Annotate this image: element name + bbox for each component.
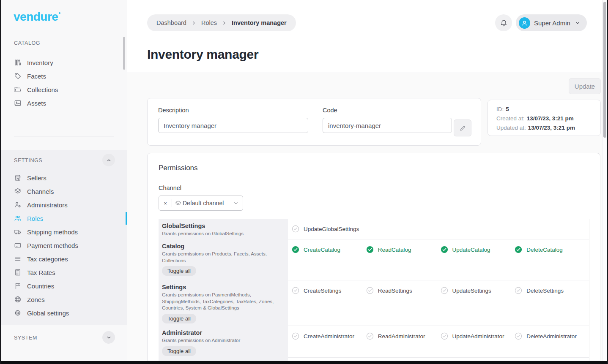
- unchecked-circle-icon: [515, 332, 522, 340]
- notifications-button[interactable]: [495, 14, 512, 31]
- permission-checkbox-readcatalog[interactable]: ReadCatalog: [366, 245, 441, 254]
- sidebar-item-global-settings[interactable]: Global settings: [1, 306, 127, 320]
- entity-meta-card: ID: 5 Created at: 13/07/23, 3:21 pm Upda…: [487, 100, 601, 136]
- permission-checkbox-deletecatalog[interactable]: DeleteCatalog: [515, 245, 589, 254]
- permissions-title: Permissions: [159, 164, 198, 172]
- sidebar-item-roles[interactable]: Roles: [1, 212, 127, 225]
- sellers-icon: [14, 174, 22, 182]
- toggle-all-button[interactable]: Toggle all: [162, 266, 196, 276]
- permission-label: UpdateGlobalSettings: [304, 226, 359, 232]
- trademark-dot: [59, 12, 60, 14]
- sidebar-section-head: SETTINGS: [1, 155, 127, 166]
- sidebar-item-countries[interactable]: Countries: [1, 279, 127, 293]
- permission-checkbox-createsettings[interactable]: CreateSettings: [292, 286, 366, 295]
- permission-group-info: SettingsGrants permissions on PaymentMet…: [159, 280, 288, 326]
- breadcrumb-roles[interactable]: Roles: [201, 19, 217, 26]
- code-field-group: Code: [323, 107, 452, 133]
- sidebar-item-tax-rates[interactable]: Tax Rates: [1, 266, 127, 279]
- description-input[interactable]: [158, 118, 308, 133]
- sidebar-item-label: Zones: [27, 296, 45, 303]
- window-left-edge: [0, 0, 1, 364]
- description-field-group: Description: [158, 107, 308, 133]
- sidebar-item-administrators[interactable]: Administrators: [1, 198, 127, 212]
- vendure-logo[interactable]: vendure: [14, 10, 60, 24]
- sidebar-items: SellersChannelsAdministratorsRolesShippi…: [1, 171, 127, 320]
- permission-checkbox-updatecatalog[interactable]: UpdateCatalog: [441, 245, 515, 254]
- permission-checkbox-createcatalog[interactable]: CreateCatalog: [292, 245, 366, 254]
- toggle-all-button[interactable]: Toggle all: [162, 346, 196, 356]
- breadcrumb-dashboard[interactable]: Dashboard: [156, 19, 186, 26]
- permission-group-description: Grants permissions on Administrator: [162, 337, 283, 344]
- permission-row-catalog: CatalogGrants permissions on Products, F…: [159, 239, 589, 280]
- update-button[interactable]: Update: [569, 78, 601, 94]
- remove-channel-button[interactable]: ×: [159, 200, 172, 206]
- sidebar-section-label: SETTINGS: [14, 158, 42, 163]
- permission-label: ReadCatalog: [378, 247, 411, 253]
- sidebar-divider: [14, 136, 114, 136]
- permission-checkboxes: [288, 357, 589, 361]
- permission-row-partial: [159, 357, 589, 361]
- tax-rates-icon: [14, 269, 22, 276]
- sidebar: vendure CATALOGInventoryFacetsCollection…: [1, 0, 127, 361]
- payment-methods-icon: [14, 242, 22, 249]
- unchecked-circle-icon: [292, 332, 299, 340]
- code-input[interactable]: [323, 118, 452, 133]
- permission-checkbox-readadministrator[interactable]: ReadAdministrator: [366, 331, 441, 341]
- sidebar-item-payment-methods[interactable]: Payment methods: [1, 239, 127, 252]
- global-settings-icon: [14, 309, 22, 317]
- permission-checkbox-deleteadministrator[interactable]: DeleteAdministrator: [515, 331, 589, 341]
- chevron-down-icon[interactable]: [233, 200, 239, 206]
- sidebar-scrollbar[interactable]: [123, 37, 125, 70]
- permission-checkboxes: UpdateGlobalSettings: [288, 219, 589, 239]
- sidebar-item-tax-categories[interactable]: Tax categories: [1, 252, 127, 266]
- role-detail-card: Description Code: [147, 98, 481, 146]
- unchecked-circle-icon: [441, 332, 448, 340]
- permission-checkbox-createadministrator[interactable]: CreateAdministrator: [292, 331, 366, 341]
- sidebar-item-zones[interactable]: Zones: [1, 293, 127, 306]
- permission-checkbox-readsettings[interactable]: ReadSettings: [366, 286, 441, 295]
- channel-selected-value: Default channel: [183, 200, 224, 206]
- user-menu[interactable]: Super Admin: [516, 14, 587, 31]
- created-at-value: 13/07/23, 3:21 pm: [527, 114, 574, 123]
- bell-icon: [500, 19, 508, 27]
- collapse-system-button[interactable]: [102, 331, 115, 344]
- sidebar-section-label: CATALOG: [14, 40, 40, 46]
- chevron-down-icon: [574, 19, 581, 26]
- permission-group-name: Settings: [162, 284, 283, 291]
- permission-checkbox-updatesettings[interactable]: UpdateSettings: [441, 286, 515, 295]
- sidebar-item-shipping-methods[interactable]: Shipping methods: [1, 225, 127, 239]
- sidebar-item-label: Administrators: [27, 201, 68, 209]
- collapse-settings-button[interactable]: [102, 154, 115, 166]
- chevron-right-icon: [191, 20, 197, 26]
- permission-checkbox-updateglobalsettings[interactable]: UpdateGlobalSettings: [292, 224, 366, 234]
- toggle-all-button[interactable]: Toggle all: [162, 314, 196, 323]
- permission-group-description: Grants permissions on PaymentMethods, Sh…: [162, 292, 283, 312]
- sidebar-item-inventory[interactable]: Inventory: [1, 56, 127, 69]
- sidebar-item-assets[interactable]: Assets: [1, 96, 127, 110]
- sidebar-section-head: CATALOG: [1, 38, 127, 48]
- sidebar-item-label: Tax Rates: [27, 269, 55, 276]
- window-scrollbar[interactable]: [602, 0, 607, 361]
- unchecked-circle-icon: [441, 287, 448, 294]
- edit-code-button[interactable]: [454, 120, 471, 136]
- countries-icon: [14, 282, 22, 290]
- window-scrollbar-thumb[interactable]: [603, 2, 606, 138]
- permission-group-name: Administrator: [162, 329, 283, 336]
- unchecked-circle-icon: [292, 225, 299, 233]
- sidebar-item-label: Collections: [27, 86, 58, 93]
- sidebar-item-channels[interactable]: Channels: [1, 185, 127, 198]
- permission-group-name: GlobalSettings: [162, 223, 283, 229]
- permission-checkbox-updateadministrator[interactable]: UpdateAdministrator: [441, 331, 515, 341]
- sidebar-item-collections[interactable]: Collections: [1, 83, 127, 96]
- sidebar-item-label: Countries: [27, 283, 54, 290]
- checked-circle-icon: [441, 246, 448, 253]
- permission-checkbox-deletesettings[interactable]: DeleteSettings: [515, 286, 589, 295]
- checked-circle-icon: [366, 246, 374, 253]
- channel-select[interactable]: × Default channel: [159, 196, 243, 211]
- created-at-label: Created at:: [496, 114, 525, 123]
- shipping-methods-icon: [14, 228, 22, 236]
- permission-group-description: Grants permissions on GlobalSettings: [162, 231, 283, 237]
- permission-checkboxes: CreateCatalogReadCatalogUpdateCatalogDel…: [288, 239, 589, 280]
- sidebar-item-sellers[interactable]: Sellers: [1, 171, 127, 185]
- sidebar-item-facets[interactable]: Facets: [1, 69, 127, 83]
